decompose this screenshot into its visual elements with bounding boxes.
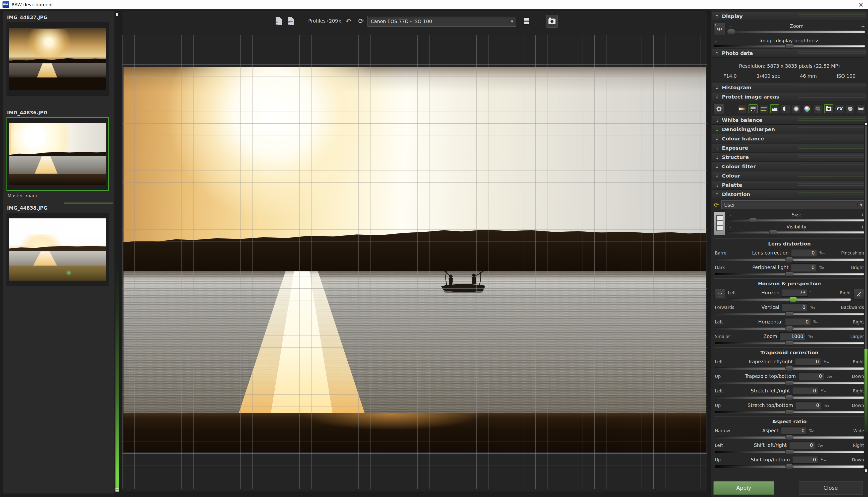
camera-profile-button[interactable]: [546, 15, 558, 28]
grid-toggle-button[interactable]: [714, 211, 726, 235]
slider-handle[interactable]: [785, 380, 794, 385]
section-white-balance[interactable]: ↓ White balance: [712, 116, 867, 124]
preset-select[interactable]: User ▼: [721, 200, 865, 209]
visibility-minus[interactable]: -: [728, 224, 733, 229]
slider-handle[interactable]: [785, 341, 794, 345]
preview-eye-button[interactable]: [713, 23, 726, 36]
filmstrip-item-1[interactable]: IMG_44837.JPG: [6, 15, 113, 103]
horizon-slider-handle-active[interactable]: [789, 297, 797, 302]
smart-filter-button[interactable]: [846, 104, 855, 113]
value-input[interactable]: 73: [782, 289, 808, 297]
add-profile-button[interactable]: +: [273, 15, 284, 27]
slider-track[interactable]: [715, 382, 864, 384]
filmstrip-scrollbar[interactable]: ‒: [115, 12, 119, 492]
slider-handle[interactable]: [785, 449, 794, 454]
scroll-up-button[interactable]: [116, 13, 118, 16]
value-input[interactable]: 0: [795, 401, 821, 409]
zoom-slider-track[interactable]: [728, 31, 865, 33]
window-close-button[interactable]: ×: [854, 0, 868, 9]
slider-track[interactable]: [715, 436, 864, 439]
slider-handle[interactable]: [785, 435, 794, 440]
thumbnail-frame[interactable]: [6, 213, 109, 286]
display-section-header[interactable]: ↑ Display: [712, 12, 867, 20]
scroll-down-button[interactable]: ‒: [115, 488, 119, 491]
slider-track[interactable]: [715, 327, 864, 330]
vignette-filter-button[interactable]: [792, 104, 801, 113]
grid-size-slider-track[interactable]: [728, 219, 865, 222]
scroll-down-button[interactable]: [865, 469, 867, 472]
value-input[interactable]: 0: [795, 358, 821, 366]
undo-profile-button[interactable]: ↶: [343, 15, 354, 27]
size-minus[interactable]: -: [728, 212, 733, 217]
value-input[interactable]: 0: [792, 387, 818, 395]
brightness-minus[interactable]: -: [713, 38, 718, 43]
slider-handle[interactable]: [785, 326, 794, 331]
image-viewport[interactable]: [123, 35, 707, 489]
filmstrip-item-3[interactable]: IMG_44838.JPG: [6, 205, 113, 294]
zoom-minus[interactable]: -: [728, 24, 733, 29]
landscape-filter-button[interactable]: [770, 104, 779, 113]
slider-track[interactable]: [715, 273, 864, 275]
value-input[interactable]: 0: [792, 456, 818, 464]
slider-track[interactable]: [715, 411, 864, 413]
slider-handle[interactable]: [785, 464, 794, 469]
value-input[interactable]: 0: [791, 249, 817, 257]
brightness-slider-handle[interactable]: [785, 44, 794, 49]
slider-track[interactable]: [715, 396, 864, 399]
slider-handle[interactable]: [785, 272, 794, 276]
scrollbar-thumb[interactable]: [865, 126, 867, 349]
scroll-up-button[interactable]: [865, 123, 867, 125]
settings-gear-button[interactable]: [713, 103, 725, 114]
grid-visibility-slider-handle[interactable]: [769, 230, 777, 235]
slider-track[interactable]: [715, 258, 864, 261]
section-structure[interactable]: ↓ Structure: [712, 153, 867, 161]
thumbnail-frame[interactable]: [6, 22, 109, 96]
gradient-filter-button[interactable]: [738, 104, 747, 113]
horizon-auto-button[interactable]: [714, 289, 726, 300]
save-profile-button[interactable]: [521, 15, 532, 27]
grid-size-slider-handle[interactable]: [749, 218, 757, 223]
slider-track[interactable]: [715, 451, 864, 453]
brightness-slider-track[interactable]: [714, 45, 865, 47]
value-input[interactable]: 0: [782, 303, 808, 311]
section-colour-filter[interactable]: ↓ Colour filter: [712, 162, 867, 171]
horizon-measure-button[interactable]: [853, 289, 865, 300]
slider-track[interactable]: [715, 465, 864, 468]
color-sphere-filter-button[interactable]: [802, 104, 812, 113]
slider-track[interactable]: [715, 367, 864, 370]
section-colour-balance[interactable]: ↓ Colour balance: [712, 134, 867, 143]
white-balance-filter-button[interactable]: [748, 104, 758, 113]
value-input[interactable]: 0: [791, 263, 817, 271]
settings-panel-scrollbar[interactable]: [864, 122, 868, 472]
protect-areas-section-header[interactable]: ↓ Protect image areas: [712, 93, 867, 101]
histogram-section-header[interactable]: ↓ Histogram: [712, 83, 867, 92]
apply-button[interactable]: Apply: [713, 481, 774, 495]
reload-profile-button[interactable]: ⟳: [356, 15, 367, 27]
section-distortion-expanded[interactable]: ↑ Distortion: [712, 190, 867, 199]
camera-raw-filter-button[interactable]: [824, 104, 833, 113]
photo-data-section-header[interactable]: ↑ Photo data: [712, 49, 867, 57]
zoom-plus[interactable]: +: [860, 24, 866, 29]
close-button[interactable]: Close: [799, 481, 863, 495]
profile-select[interactable]: Canon EOS 77D - ISO 100 ▼: [368, 16, 516, 27]
reset-preset-icon[interactable]: ⟳: [714, 201, 719, 208]
value-input[interactable]: 0: [798, 372, 824, 380]
horizon-slider-track[interactable]: [728, 298, 851, 301]
filmstrip-item-2-selected[interactable]: IMG_44836.JPG Master image: [6, 110, 113, 199]
value-input[interactable]: 0: [781, 427, 807, 435]
slider-handle[interactable]: [785, 395, 794, 400]
slider-handle[interactable]: [785, 410, 794, 414]
section-colour[interactable]: ↓ Colour: [712, 171, 867, 180]
grid-visibility-slider-track[interactable]: [728, 231, 865, 233]
section-denoising-sharpen[interactable]: ↓ Denoising/sharpen: [712, 125, 867, 134]
value-input[interactable]: 0: [785, 318, 811, 326]
slider-track[interactable]: [715, 313, 864, 315]
levels-filter-button[interactable]: [759, 104, 768, 113]
zoom-slider-handle[interactable]: [727, 29, 735, 34]
slider-handle[interactable]: [785, 311, 794, 316]
contrast-filter-button[interactable]: [781, 104, 790, 113]
palette-filter-button[interactable]: [813, 104, 822, 113]
add-profile-from-settings-button[interactable]: +: [285, 15, 296, 27]
thumbnail-frame-selected[interactable]: [6, 117, 109, 191]
brightness-plus[interactable]: +: [860, 38, 866, 43]
